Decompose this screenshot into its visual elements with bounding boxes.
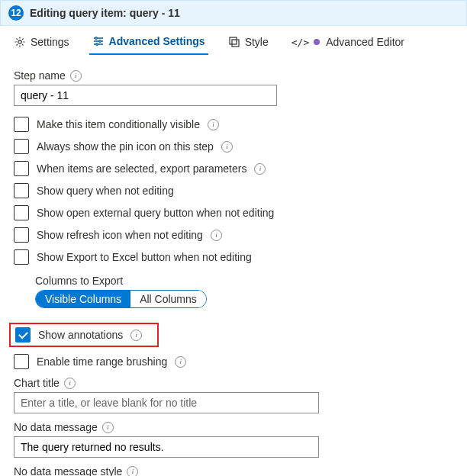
check-show-annotations[interactable]: Show annotations i (15, 327, 153, 343)
step-name-label: Step name i (14, 69, 453, 82)
tab-settings-label: Settings (31, 36, 69, 48)
header-title: Editing query item: query - 11 (30, 7, 180, 19)
check-label: Show open external query button when not… (37, 207, 274, 219)
no-data-style-label-text: No data message style (14, 465, 122, 476)
checkbox-icon[interactable] (14, 249, 29, 265)
columns-to-export-label: Columns to Export (35, 275, 453, 287)
check-label: Show Export to Excel button when not edi… (37, 251, 252, 263)
style-icon (228, 36, 240, 48)
check-show-pin[interactable]: Always show the pin icon on this step i (14, 139, 453, 154)
columns-to-export-toggle: Visible Columns All Columns (35, 290, 207, 308)
checkbox-icon[interactable] (14, 227, 29, 243)
chart-title-input[interactable] (14, 392, 319, 413)
options-list: Make this item conditionally visible i A… (14, 117, 453, 369)
svg-rect-5 (232, 40, 239, 47)
tab-advanced-settings[interactable]: Advanced Settings (89, 32, 208, 55)
tab-settings[interactable]: Settings (11, 32, 72, 55)
no-data-style-label: No data message style i (14, 465, 453, 476)
tab-style-label: Style (245, 36, 269, 48)
no-data-message-label-text: No data message (14, 421, 98, 433)
check-label: Always show the pin icon on this step (37, 140, 214, 153)
checkbox-icon[interactable] (14, 205, 29, 220)
step-name-input[interactable] (14, 85, 277, 106)
check-show-excel[interactable]: Show Export to Excel button when not edi… (14, 249, 453, 265)
checkbox-icon[interactable] (15, 327, 31, 343)
chart-title-label-text: Chart title (14, 377, 60, 389)
tab-bar: Settings Advanced Settings Style </> Adv… (0, 26, 467, 56)
check-label: When items are selected, export paramete… (37, 162, 246, 175)
info-icon[interactable]: i (64, 378, 76, 389)
info-icon[interactable]: i (221, 141, 233, 153)
tab-advanced-editor-label: Advanced Editor (326, 36, 404, 48)
checkbox-icon[interactable] (14, 117, 29, 132)
pill-visible-columns[interactable]: Visible Columns (36, 291, 130, 307)
dot-icon (314, 39, 320, 45)
svg-point-1 (95, 37, 97, 40)
info-icon[interactable]: i (254, 163, 266, 175)
checkbox-icon[interactable] (14, 354, 29, 369)
checkbox-icon[interactable] (14, 161, 29, 176)
info-icon[interactable]: i (175, 356, 186, 368)
chart-title-label: Chart title i (14, 377, 453, 389)
info-icon[interactable]: i (208, 119, 219, 130)
svg-rect-4 (230, 37, 237, 44)
no-data-message-input[interactable] (14, 436, 319, 458)
check-time-range-brushing[interactable]: Enable time range brushing i (14, 354, 453, 369)
svg-point-3 (95, 43, 98, 46)
svg-point-0 (18, 40, 21, 43)
check-label: Enable time range brushing (37, 355, 167, 368)
info-icon[interactable]: i (127, 466, 138, 477)
check-export-params[interactable]: When items are selected, export paramete… (14, 161, 453, 176)
gear-icon (14, 36, 26, 48)
check-show-query[interactable]: Show query when not editing (14, 183, 453, 198)
info-icon[interactable]: i (211, 230, 222, 241)
tab-advanced-editor[interactable]: </> Advanced Editor (288, 32, 407, 55)
check-label: Show annotations (38, 329, 123, 341)
columns-to-export-group: Columns to Export Visible Columns All Co… (35, 275, 453, 308)
pill-all-columns[interactable]: All Columns (130, 291, 206, 307)
no-data-message-label: No data message i (14, 421, 453, 433)
tab-style[interactable]: Style (225, 32, 272, 55)
tab-advanced-settings-label: Advanced Settings (109, 35, 205, 47)
info-icon[interactable]: i (102, 422, 114, 433)
check-show-external[interactable]: Show open external query button when not… (14, 205, 453, 220)
check-label: Show query when not editing (37, 185, 174, 197)
step-number-badge: 12 (8, 5, 24, 21)
show-annotations-highlight: Show annotations i (9, 323, 159, 347)
svg-point-2 (98, 40, 101, 43)
sliders-icon (92, 35, 105, 47)
info-icon[interactable]: i (130, 330, 142, 341)
check-show-refresh[interactable]: Show refresh icon when not editing i (14, 227, 453, 243)
info-icon[interactable]: i (70, 70, 82, 82)
check-label: Show refresh icon when not editing (37, 229, 203, 241)
checkbox-icon[interactable] (14, 183, 29, 198)
checkbox-icon[interactable] (14, 139, 29, 154)
editor-header: 12 Editing query item: query - 11 (0, 0, 467, 26)
form-body: Step name i Make this item conditionally… (0, 56, 467, 476)
check-conditional-visible[interactable]: Make this item conditionally visible i (14, 117, 453, 132)
check-label: Make this item conditionally visible (37, 118, 200, 130)
step-name-label-text: Step name (14, 69, 66, 82)
code-icon: </> (291, 37, 309, 48)
